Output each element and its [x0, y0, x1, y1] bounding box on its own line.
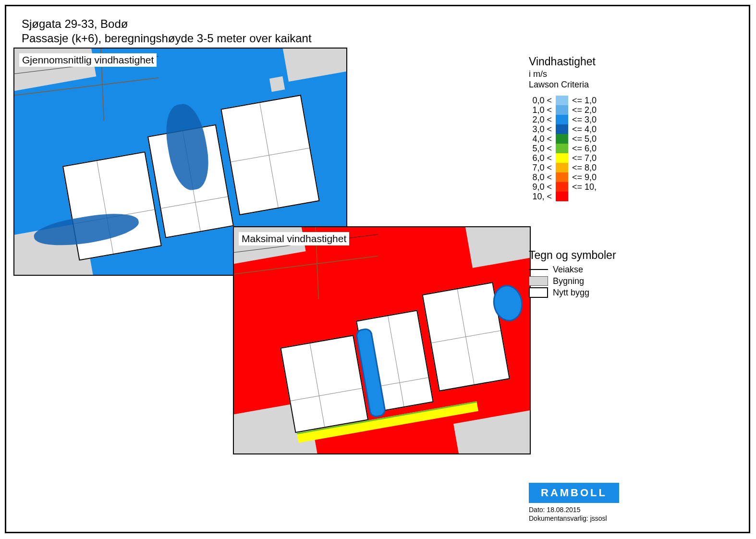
legend-swatch — [556, 172, 568, 182]
legend-swatch — [556, 124, 568, 134]
legend-swatch — [556, 192, 568, 201]
page-frame: Sjøgata 29-33, Bodø Passasje (k+6), bere… — [5, 5, 750, 533]
legend-low: 0,0 < — [529, 96, 554, 106]
title-line-2: Passasje (k+6), beregningshøyde 3-5 mete… — [22, 31, 312, 46]
legend-low: 10, < — [529, 192, 554, 202]
legend-swatch — [556, 96, 568, 105]
symbol-row: Veiakse — [529, 264, 721, 275]
symbol-label: Nytt bygg — [553, 288, 589, 298]
legend-row: 10, < — [529, 192, 692, 201]
legend-row: 7,0 <<= 8,0 — [529, 163, 692, 172]
legend-row: 3,0 <<= 4,0 — [529, 124, 692, 134]
legend-row: 6,0 <<= 7,0 — [529, 153, 692, 163]
legend-swatch — [556, 163, 568, 172]
legend-symbols: Tegn og symboler VeiakseBygningNytt bygg — [529, 249, 721, 298]
legend-high: <= 2,0 — [570, 105, 597, 115]
legend-subtitle: i m/s Lawson Criteria — [529, 69, 692, 90]
legend-high: <= 1,0 — [570, 96, 597, 106]
legend-high: <= 10, — [570, 182, 597, 192]
existing-building-icon — [529, 277, 548, 285]
legend-high: <= 3,0 — [570, 115, 597, 125]
legend-high: <= 6,0 — [570, 144, 597, 154]
legend-title: Vindhastighet — [529, 55, 692, 68]
meta-date: Dato: 18.08.2015 — [529, 506, 580, 514]
legend-high: <= 7,0 — [570, 153, 597, 163]
meta-owner: Dokumentansvarlig: jssosl — [529, 514, 607, 522]
legend-low: 7,0 < — [529, 163, 554, 173]
panel-label-max: Maksimal vindhastighet — [239, 232, 349, 245]
legend-swatch — [556, 153, 568, 163]
meta-owner-value: jssosl — [590, 514, 607, 522]
legend-row: 0,0 <<= 1,0 — [529, 96, 692, 105]
existing-building — [269, 76, 285, 92]
legend-high: <= 8,0 — [570, 163, 597, 173]
legend-swatch — [556, 115, 568, 124]
symbol-label: Veiakse — [553, 265, 583, 275]
legend-row: 5,0 <<= 6,0 — [529, 144, 692, 153]
new-building-1 — [280, 335, 368, 433]
symbol-label: Bygning — [553, 276, 584, 286]
legend-row: 1,0 <<= 2,0 — [529, 105, 692, 115]
symbol-row: Nytt bygg — [529, 287, 721, 298]
legend-low: 8,0 < — [529, 172, 554, 183]
legend-low: 3,0 < — [529, 124, 554, 135]
meta-date-label: Dato: — [529, 506, 547, 514]
legend-low: 2,0 < — [529, 115, 554, 125]
symbol-row: Bygning — [529, 275, 721, 287]
symbols-title: Tegn og symboler — [529, 249, 721, 262]
legend-row: 8,0 <<= 9,0 — [529, 172, 692, 182]
symbol-rows: VeiakseBygningNytt bygg — [529, 264, 721, 298]
new-building-icon — [529, 288, 548, 297]
legend-row: 4,0 <<= 5,0 — [529, 134, 692, 144]
legend-swatch — [556, 134, 568, 144]
legend-high: <= 4,0 — [570, 124, 597, 135]
legend-row: 9,0 <<= 10, — [529, 182, 692, 192]
title-line-1: Sjøgata 29-33, Bodø — [22, 17, 312, 31]
legend-low: 6,0 < — [529, 153, 554, 163]
legend-low: 1,0 < — [529, 105, 554, 115]
legend-low: 5,0 < — [529, 144, 554, 154]
logo-text: RAMBOLL — [541, 487, 607, 499]
legend-rows: 0,0 <<= 1,01,0 <<= 2,02,0 <<= 3,03,0 <<=… — [529, 96, 692, 201]
meta-date-value: 18.08.2015 — [547, 506, 580, 514]
legend-swatch — [556, 144, 568, 153]
legend-windspeed: Vindhastighet i m/s Lawson Criteria 0,0 … — [529, 55, 692, 201]
ramboll-logo: RAMBOLL — [529, 483, 619, 503]
meta-owner-label: Dokumentansvarlig: — [529, 514, 590, 522]
panel-label-average: Gjennomsnittlig vindhastighet — [19, 53, 157, 67]
title-block: Sjøgata 29-33, Bodø Passasje (k+6), bere… — [22, 17, 312, 46]
legend-swatch — [556, 182, 568, 192]
panel-max-windspeed: Maksimal vindhastighet — [233, 226, 531, 454]
road-axis-icon — [529, 265, 548, 274]
legend-low: 4,0 < — [529, 134, 554, 144]
legend-swatch — [556, 105, 568, 115]
legend-high: <= 5,0 — [570, 134, 597, 144]
legend-high: <= 9,0 — [570, 172, 597, 183]
legend-low: 9,0 < — [529, 182, 554, 192]
legend-row: 2,0 <<= 3,0 — [529, 115, 692, 124]
